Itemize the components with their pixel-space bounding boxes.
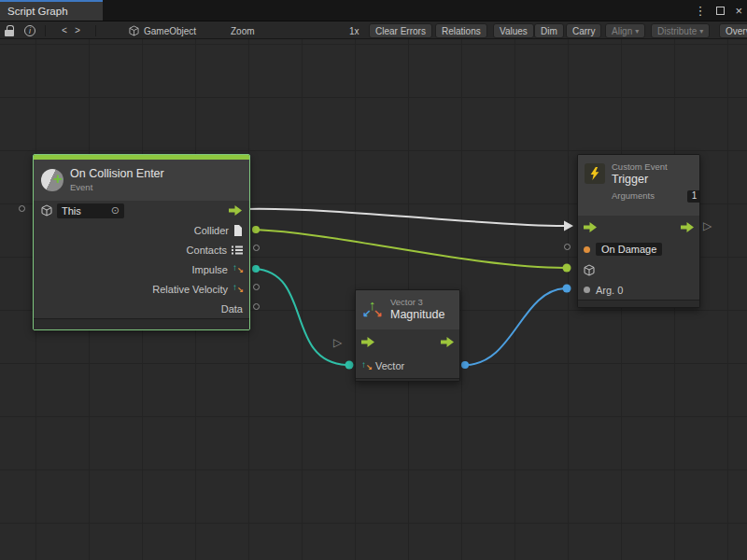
output-row-relative-velocity: Relative Velocity ↑↘ [34, 279, 249, 299]
target-dropdown[interactable]: This ⊙ [57, 203, 124, 218]
arguments-count-field[interactable]: 1 [687, 190, 700, 203]
output-row-impulse: Impulse ↑↘ [34, 259, 249, 279]
row-target: This ⊙ [34, 201, 249, 220]
node-supertitle: Custom Event [612, 161, 700, 173]
string-port-dot[interactable] [584, 246, 590, 253]
flow-output-port[interactable] [441, 337, 455, 347]
target-value: This [62, 205, 81, 217]
zoom-value: 1x [349, 21, 359, 39]
arg0-port-dot[interactable] [584, 287, 590, 293]
node-supertitle: Vector 3 [390, 297, 444, 308]
vector3-type-icon: ↑↘ [233, 263, 243, 275]
output-row-data: Data [34, 299, 249, 318]
flow-hint-triangle-right: ▷ [703, 219, 712, 232]
maximize-icon[interactable] [716, 7, 725, 15]
window-controls: ⋮ × [694, 0, 742, 21]
close-icon[interactable]: × [735, 4, 742, 18]
code-icon: < > [62, 26, 81, 36]
menu-icon[interactable]: ⋮ [694, 4, 706, 18]
node-on-collision-enter[interactable]: + On Collision Enter Event This ⊙ Collid… [33, 154, 250, 330]
node-header: ↑↙↘ Vector 3 Magnitude [356, 290, 459, 329]
input-port-event-name[interactable] [564, 244, 571, 250]
graph-toolbar: i < > GameObject Zoom 1x Clear Errors Re… [0, 21, 747, 39]
arguments-label: Arguments [612, 190, 655, 202]
unity-script-graph-window: Script Graph ⋮ × i < > GameObject Zoom 1… [0, 0, 747, 560]
output-row-collider: Collider [34, 220, 249, 240]
tab-script-graph[interactable]: Script Graph [0, 0, 103, 21]
collision-event-icon: + [41, 169, 63, 191]
carry-button[interactable]: Carry [566, 23, 601, 38]
distribute-dropdown[interactable]: Distribute▾ [651, 23, 710, 38]
node-subtitle: Event [70, 182, 164, 193]
node-title: Trigger [612, 173, 700, 188]
lock-button[interactable] [5, 21, 14, 39]
flow-row [578, 216, 699, 238]
flow-output-port[interactable] [229, 205, 243, 216]
collider-doc-icon [233, 225, 243, 236]
input-port-this[interactable] [19, 205, 25, 212]
chevron-down-icon: ▾ [635, 27, 639, 35]
custom-event-bolt-icon [585, 163, 605, 184]
overview-button[interactable]: Overview [719, 23, 747, 38]
output-row-contacts: Contacts [34, 240, 249, 259]
node-header: + On Collision Enter Event [34, 160, 249, 201]
chevron-down-icon: ▾ [699, 27, 703, 35]
align-dropdown[interactable]: Align▾ [605, 23, 645, 38]
gameobject-cube-icon [584, 264, 595, 276]
node-title: On Collision Enter [70, 167, 164, 182]
toolbar-divider [95, 25, 96, 36]
zoom-label: Zoom [231, 21, 255, 39]
input-row-arg0: Arg. 0 [578, 280, 699, 300]
output-port-contacts[interactable] [253, 245, 260, 251]
node-title: Magnitude [390, 308, 444, 323]
gameobject-label: GameObject [144, 26, 196, 36]
vector3-type-icon: ↑↘ [233, 283, 243, 295]
node-vector3-magnitude[interactable]: ↑↙↘ Vector 3 Magnitude ↑↘ Vector [355, 289, 460, 382]
relations-button[interactable]: Relations [435, 23, 487, 38]
tab-bar: Script Graph ⋮ × [0, 0, 747, 21]
code-view-button[interactable]: < > [62, 21, 81, 39]
clear-errors-button[interactable]: Clear Errors [369, 23, 432, 38]
contacts-list-icon [232, 245, 243, 255]
input-row-target [578, 260, 699, 280]
gameobject-cube-icon [129, 25, 139, 36]
object-picker-icon[interactable]: ⊙ [111, 204, 120, 217]
info-icon: i [24, 25, 35, 36]
event-name-field[interactable]: On Damage [596, 243, 662, 256]
graph-owner[interactable]: GameObject [129, 21, 196, 39]
node-footer [578, 300, 699, 307]
flow-output-port[interactable] [681, 222, 695, 232]
dim-button[interactable]: Dim [534, 23, 564, 38]
tab-title: Script Graph [7, 6, 68, 17]
flow-input-port[interactable] [361, 337, 375, 347]
output-port-relative-velocity[interactable] [253, 284, 260, 290]
node-footer [356, 378, 459, 381]
input-row-event-name: On Damage [578, 238, 699, 260]
node-header: Custom Event Trigger Arguments 1 [578, 155, 699, 216]
vector3-icon: ↑↙↘ [361, 299, 384, 321]
flow-hint-triangle-left: ▷ [333, 336, 342, 349]
node-trigger-custom-event[interactable]: Custom Event Trigger Arguments 1 On Dama… [577, 154, 700, 308]
info-button[interactable]: i [24, 21, 35, 39]
node-footer [34, 318, 249, 329]
flow-input-port[interactable] [584, 222, 598, 232]
values-button[interactable]: Values [493, 23, 534, 38]
gameobject-cube-icon [41, 204, 52, 217]
lock-icon [5, 30, 14, 36]
output-port-data[interactable] [253, 303, 260, 310]
vector3-type-icon: ↑↘ [361, 360, 372, 372]
input-row-vector: ↑↘ Vector [356, 354, 459, 378]
toolbar-divider [45, 25, 46, 36]
flow-row [356, 329, 459, 354]
